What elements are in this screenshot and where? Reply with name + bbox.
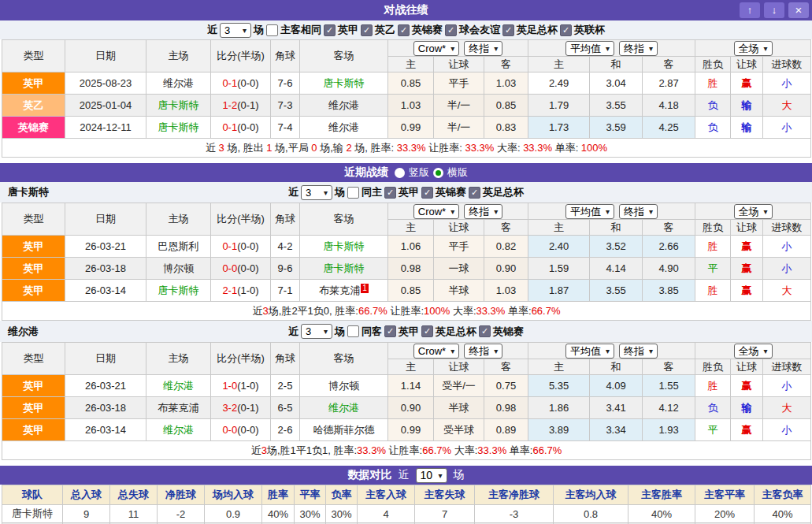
home-table-sub-header: 客: [484, 220, 528, 236]
page-root: 对战往绩 ↑ ↓ × 近3▾场主客相同✓英甲✓英乙✓英锦赛✓球会友谊✓英足总杯✓…: [0, 0, 812, 524]
h2h-table-sub-header: 让球: [731, 57, 763, 72]
home-table-summary: 近3场,胜2平1负0, 胜率:66.7% 让胜率:100% 大率:33.3% 单…: [2, 302, 811, 321]
away-league-1-checkbox[interactable]: ✓: [421, 325, 433, 337]
odds-value: 0.82: [484, 236, 528, 258]
home-team-name: 维尔港: [146, 419, 211, 441]
home-league-0-checkbox[interactable]: ✓: [384, 187, 396, 199]
recent-results-bar: 近期战绩 竖版 横版: [0, 163, 812, 182]
home-table-europe-company-select[interactable]: 平均值▾: [565, 204, 614, 219]
odds-value: 0.98: [484, 397, 528, 419]
match-type-badge: 英乙: [2, 95, 65, 117]
home-table-col-header: 客场: [300, 203, 388, 236]
odds-value: 5.35: [528, 375, 590, 397]
odds-value: 3.59: [590, 117, 643, 139]
h2h-table-row: 英乙2025-01-04唐卡斯特1-2(0-1)7-3维尔港1.03半/一0.8…: [2, 95, 811, 117]
h2h-title-bar: 对战往绩 ↑ ↓ ×: [0, 0, 812, 20]
home-table-europe-stage-select[interactable]: 终指▾: [619, 204, 658, 219]
result-flag: 胜: [695, 72, 731, 95]
close-icon[interactable]: ×: [788, 2, 809, 18]
h2h-table-sub-header: 客: [484, 57, 528, 72]
odds-value: 4.09: [590, 375, 643, 397]
window-buttons: ↑ ↓ ×: [740, 2, 809, 18]
away-table-sub-header: 让球: [434, 359, 484, 375]
h2h-table-europe-company-select[interactable]: 平均值▾: [565, 41, 614, 56]
h2h-same-checkbox[interactable]: [266, 24, 278, 36]
compare-col-header: 主客净胜球: [475, 485, 554, 505]
result-flag: 胜: [695, 375, 731, 397]
vertical-layout-radio[interactable]: [395, 168, 405, 178]
away-table-scope-select[interactable]: 全场▾: [734, 344, 773, 359]
home-table-asian-company-select[interactable]: Crow*▾: [413, 204, 459, 219]
vertical-layout-label[interactable]: 竖版: [409, 165, 429, 180]
away-table-asian-stage-select[interactable]: 终指▾: [464, 344, 502, 359]
h2h-table-sub-header: 客: [643, 57, 695, 72]
home-table-sub-header: 让球: [434, 220, 484, 236]
home-league-1-checkbox[interactable]: ✓: [421, 187, 433, 199]
h2h-league-3-checkbox[interactable]: ✓: [445, 24, 457, 36]
result-flag: 赢: [731, 236, 763, 258]
horizontal-layout-label[interactable]: 横版: [447, 165, 468, 180]
h2h-table-asian-stage-select[interactable]: 终指▾: [464, 41, 502, 56]
home-table-asian-stage-select[interactable]: 终指▾: [464, 204, 502, 219]
compare-col-header: 主客均入球: [554, 485, 628, 505]
chevron-down-icon: ▾: [649, 43, 653, 54]
compare-games-select[interactable]: 10▾: [416, 468, 447, 483]
match-date: 26-03-21: [65, 375, 146, 397]
odds-value: 1.55: [643, 375, 695, 397]
away-table-sub-header: 主: [528, 359, 590, 375]
h2h-games-select[interactable]: 3▾: [220, 23, 251, 38]
home-team-name: 布莱克浦: [146, 397, 211, 419]
odds-value: 0.85: [388, 280, 434, 302]
move-down-icon[interactable]: ↓: [764, 2, 784, 18]
h2h-league-5-checkbox[interactable]: ✓: [560, 24, 572, 36]
h2h-league-0-checkbox[interactable]: ✓: [324, 24, 336, 36]
h2h-league-4-checkbox[interactable]: ✓: [502, 24, 514, 36]
h2h-table-sub-header: 主: [388, 57, 434, 72]
result-flag: 输: [731, 95, 763, 117]
home-table-col-header: 主场: [146, 203, 211, 236]
home-table-scope-select[interactable]: 全场▾: [734, 204, 773, 219]
away-team-name: 哈德斯菲尔德: [300, 419, 388, 441]
away-league-2-checkbox[interactable]: ✓: [479, 325, 491, 337]
corner-count: 7-3: [271, 95, 300, 117]
away-table-europe-company-select[interactable]: 平均值▾: [565, 344, 614, 359]
compare-col-header: 负率: [326, 485, 358, 505]
result-flag: 小: [763, 236, 811, 258]
home-team-name: 博尔顿: [146, 258, 211, 280]
odds-value: 0.99: [388, 117, 434, 139]
h2h-league-2-checkbox[interactable]: ✓: [398, 24, 410, 36]
match-score: 2-1(1-0): [211, 280, 271, 302]
home-team-name: 唐卡斯特: [146, 280, 211, 302]
odds-value: 4.14: [590, 258, 643, 280]
home-table-col-header: 类型: [2, 203, 65, 236]
result-flag: 大: [763, 95, 811, 117]
corner-count: 9-6: [271, 258, 300, 280]
match-type-badge: 英甲: [2, 280, 65, 302]
h2h-table-scope-select[interactable]: 全场▾: [734, 41, 773, 56]
away-table-col-header: 类型: [2, 343, 65, 375]
match-date: 26-03-14: [65, 280, 146, 302]
home-same-checkbox[interactable]: [347, 187, 359, 199]
match-score: 0-0(0-0): [211, 258, 271, 280]
home-league-2-checkbox[interactable]: ✓: [469, 187, 480, 199]
horizontal-layout-radio[interactable]: [433, 168, 443, 178]
away-table-europe-stage-select[interactable]: 终指▾: [619, 344, 658, 359]
home-team-name: 唐卡斯特: [146, 117, 211, 139]
h2h-league-1-checkbox[interactable]: ✓: [361, 24, 373, 36]
away-league-0-checkbox[interactable]: ✓: [384, 325, 396, 337]
chevron-down-icon: ▾: [606, 43, 610, 54]
away-team-name: 唐卡斯特: [300, 72, 388, 95]
h2h-table-europe-stage-select[interactable]: 终指▾: [619, 41, 658, 56]
h2h-table-asian-company-select[interactable]: Crow*▾: [413, 41, 459, 56]
away-table-col-header: 角球: [271, 343, 300, 375]
compare-col-header: 净胜球: [158, 485, 205, 505]
away-games-select[interactable]: 3▾: [301, 324, 332, 339]
odds-value: 0.85: [388, 72, 434, 95]
odds-value: 0.99: [388, 419, 434, 441]
move-up-icon[interactable]: ↑: [740, 2, 760, 18]
match-score: 0-1(0-0): [211, 236, 271, 258]
away-table-asian-company-select[interactable]: Crow*▾: [413, 344, 459, 359]
away-same-checkbox[interactable]: [347, 325, 359, 337]
home-games-select[interactable]: 3▾: [301, 185, 332, 200]
result-flag: 小: [763, 419, 811, 441]
